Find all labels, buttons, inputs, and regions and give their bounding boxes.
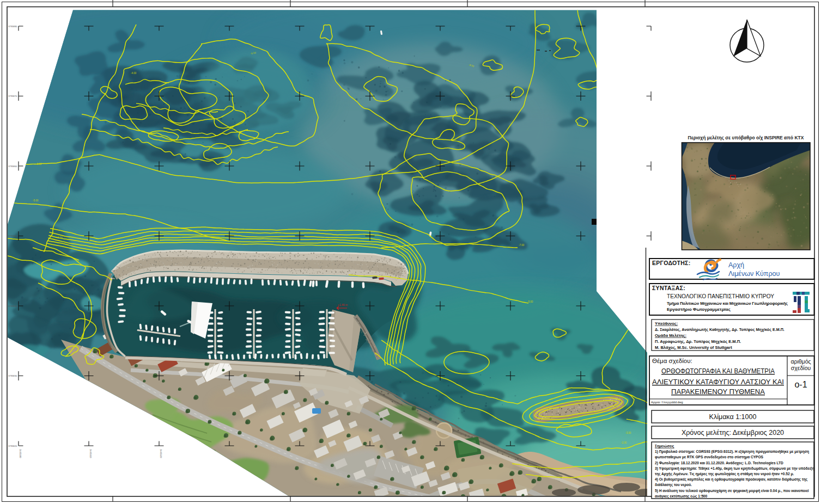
svg-text:3795840: 3795840 — [8, 305, 17, 308]
svg-text:Κλίμακα 1:1000: Κλίμακα 1:1000 — [709, 413, 757, 421]
svg-text:Χρόνος μελέτης: Δεκέμβριος 202: Χρόνος μελέτης: Δεκέμβριος 2020 — [682, 429, 784, 437]
svg-text:3795850: 3795850 — [8, 235, 17, 237]
svg-text:ΑΛΙΕΥΤΙΚΟΥ ΚΑΤΑΦΥΓΙΟΥ ΛΑΤΣΙΟΥ: ΑΛΙΕΥΤΙΚΟΥ ΚΑΤΑΦΥΓΙΟΥ ΛΑΤΣΙΟΥ ΚΑΙ — [652, 378, 784, 386]
svg-text:o-1: o-1 — [794, 380, 807, 389]
svg-text:ανάγκες εκτύπωσης εώς 1:500: ανάγκες εκτύπωσης εώς 1:500 — [655, 494, 707, 499]
svg-text:3795880: 3795880 — [8, 25, 17, 28]
svg-text:φωτοσταθερων με RTK GPS συνδεδ: φωτοσταθερων με RTK GPS συνδεδεμένο στο … — [655, 455, 764, 459]
svg-text:ΤΕΧΝΟΛΟΓΙΚΟ ΠΑΝΕΠΙΣΤΗΜΙΟ ΚΥΠΡΟ: ΤΕΧΝΟΛΟΓΙΚΟ ΠΑΝΕΠΙΣΤΗΜΙΟ ΚΥΠΡΟΥ — [667, 293, 774, 299]
svg-text:Τμήμα Πολιτικών Μηχανικών και: Τμήμα Πολιτικών Μηχανικών και Μηχανικών … — [667, 301, 788, 306]
svg-text:-2.00: -2.00 — [621, 441, 627, 444]
svg-text:ΕΡΓΟΔΟΤΗΣ:: ΕΡΓΟΔΟΤΗΣ: — [652, 260, 690, 266]
svg-text:Ομάδα Μελέτης:: Ομάδα Μελέτης: — [655, 333, 686, 338]
svg-text:-3.00: -3.00 — [625, 432, 631, 434]
svg-text:2445310: 2445310 — [89, 449, 92, 458]
svg-text:-6.00: -6.00 — [36, 163, 42, 165]
svg-text:της Αρχής Λιμένων. Τις ημέρες: της Αρχής Λιμένων. Τις ημέρες της φωτολη… — [655, 472, 794, 476]
svg-text:διάθλασης του νερού.: διάθλασης του νερού. — [655, 483, 692, 487]
svg-text:Εργαστήριο Φωτογραμμετρίας: Εργαστήριο Φωτογραμμετρίας — [667, 307, 731, 312]
svg-text:ΣΥΝΤΑΞΑΣ:: ΣΥΝΤΑΞΑΣ: — [652, 285, 685, 291]
svg-text:Θέμα σχεδίου:: Θέμα σχεδίου: — [652, 358, 692, 364]
svg-text:αριθμός: αριθμός — [790, 358, 811, 365]
svg-text:Π. Αγραφιώτης, Δρ. Τοπ/φος Μηχ: Π. Αγραφιώτης, Δρ. Τοπ/φος Μηχ/κός Ε.Μ.Π… — [655, 339, 741, 344]
svg-text:Αρχή: Αρχή — [728, 261, 744, 269]
svg-text:-4.00: -4.00 — [131, 72, 137, 75]
svg-text:Λιμένων Κύπρου: Λιμένων Κύπρου — [728, 270, 780, 278]
svg-text:Αρχείο: f:/xxyyyddd.dwg: Αρχείο: f:/xxyyyddd.dwg — [651, 401, 683, 404]
svg-text:3) Υψομετρική αφετηρία: Τέθηκε: 3) Υψομετρική αφετηρία: Τέθηκε +1.40μ, ά… — [655, 466, 814, 471]
svg-text:2) Φωτοληψία: 18.12.2020 και 3: 2) Φωτοληψία: 18.12.2020 και 31.12.2020.… — [655, 461, 783, 465]
svg-text:Υπεύθυνος:: Υπεύθυνος: — [655, 321, 678, 326]
svg-text:Μ. Βλάχος, M.Sc. University of: Μ. Βλάχος, M.Sc. University of Stuttgart — [655, 345, 732, 350]
svg-text:+1.40 m: +1.40 m — [338, 303, 348, 306]
svg-text:4) Οι βυθομετρικές καμπύλες κα: 4) Οι βυθομετρικές καμπύλες και η ορθοφω… — [655, 477, 808, 482]
svg-text:2445320: 2445320 — [160, 449, 162, 458]
svg-text:Περιοχή μελέτης σε υπόβαθρο ο/: Περιοχή μελέτης σε υπόβαθρο ο/χ INSPIRE … — [688, 135, 804, 140]
svg-text:ΟΡΘΟΦΩΤΟΓΡΑΦΙΑ ΚΑΙ ΒΑΘΥΜΕΤΡΙΑ: ΟΡΘΟΦΩΤΟΓΡΑΦΙΑ ΚΑΙ ΒΑΘΥΜΕΤΡΙΑ — [661, 367, 775, 375]
svg-text:ΠΑΡΑΚΕΙΜΕΝΟΥ ΠΥΘΜΕΝΑ: ΠΑΡΑΚΕΙΜΕΝΟΥ ΠΥΘΜΕΝΑ — [671, 388, 765, 396]
svg-text:2445300: 2445300 — [19, 449, 22, 458]
svg-text:3795870: 3795870 — [8, 95, 17, 97]
svg-text:5) Η ανάλυση του τελικού ορθοφ: 5) Η ανάλυση του τελικού ορθοφωτοχάρτη σ… — [655, 489, 809, 493]
svg-text:σχεδίου: σχεδίου — [791, 365, 811, 371]
svg-text:3795820: 3795820 — [8, 445, 17, 447]
svg-text:Σημειώσεις: Σημειώσεις — [655, 444, 674, 448]
svg-text:1) Προβολικό σύστημα: CGRS93 (: 1) Προβολικό σύστημα: CGRS93 (EPSG:6312)… — [655, 450, 809, 454]
svg-text:3795830: 3795830 — [8, 374, 17, 377]
svg-text:Δ. Σκαρλάτος, Αναπληρωτής Καθη: Δ. Σκαρλάτος, Αναπληρωτής Καθηγητής, Δρ.… — [655, 327, 784, 332]
svg-text:-5.00: -5.00 — [33, 199, 39, 202]
svg-text:-7.00: -7.00 — [519, 244, 525, 247]
svg-text:-5.00: -5.00 — [527, 300, 533, 303]
svg-text:3795860: 3795860 — [8, 165, 17, 168]
